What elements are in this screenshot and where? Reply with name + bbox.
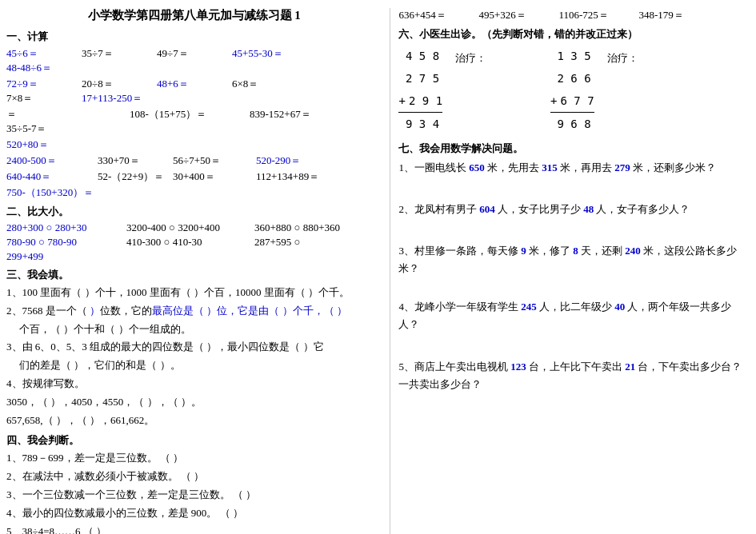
calc-row-3: ＝ 108-（15+75）＝ 839-152+67＝ 35÷5-7＝: [6, 107, 382, 136]
tr-calc-4: 348-179＝: [638, 8, 702, 22]
calc-row-2: 72÷9＝ 20÷8＝ 48+6＝ 6×8＝ 7×8＝ 17+113-250＝: [6, 77, 382, 106]
calc-item: 6×8＝: [232, 77, 304, 91]
judge-item-2: 2、在减法中，减数必须小于被减数。 （ ）: [6, 468, 382, 485]
compare-item: 287+595 ○: [254, 236, 300, 249]
calc-item: 48+6＝: [157, 77, 229, 91]
judge-item-4: 4、最小的四位数减最小的三位数，差是 900。 （ ）: [6, 505, 382, 522]
fill-item-4b: 657,658,（ ），（ ），661,662。: [6, 412, 382, 429]
calc-item: 45+55-30＝: [232, 46, 336, 61]
tr-calc-1: 636+454＝: [398, 8, 462, 22]
section7-title: 七、我会用数学解决问题。: [398, 141, 750, 156]
wp-3: 3、村里修一条路，每天修 9 米，修了 8 天，还剩 240 米，这段公路长多少…: [398, 242, 750, 277]
calc-item: 56÷7+50＝: [173, 153, 245, 168]
vc2-addend: 6 7 7: [561, 90, 594, 112]
vert-calc-2: 1 3 5 2 6 6 + 6 7 7 9 6 8 治疗：: [550, 45, 638, 135]
tr-calc-2: 495+326＝: [478, 8, 542, 22]
calc-row-4: 520+80＝: [6, 137, 382, 152]
wp5-text2: 一共卖出多少台？: [398, 378, 482, 390]
wp-1: 1、一圈电线长 650 米，先用去 315 米，再用去 279 米，还剩多少米？: [398, 159, 750, 177]
judge-item-5: 5、38÷4=8……6 （ ）: [6, 524, 382, 534]
wp-2: 2、龙凤村有男子 604 人，女子比男子少 48 人，女子有多少人？: [398, 201, 750, 218]
calc-item: 35÷5-7＝: [6, 122, 46, 136]
right-column: 636+454＝ 495+326＝ 1106-725＝ 348-179＝ 六、小…: [390, 8, 750, 534]
calc-item: 49÷7＝: [157, 46, 229, 61]
calc-row-6: 640-440＝ 52-（22+9）＝ 30+400＝ 112+134+89＝: [6, 169, 382, 184]
fill-item-2b: 个百，（ ）个十和（ ）个一组成的。: [19, 321, 382, 338]
wp5-text: 5、商店上午卖出电视机 123 台，上午比下午卖出 21 台，下午卖出多少台？: [398, 361, 742, 373]
compare-item: 299+499: [6, 250, 43, 263]
wp-5: 5、商店上午卖出电视机 123 台，上午比下午卖出 21 台，下午卖出多少台？ …: [398, 358, 750, 393]
compare-item: 360+880 ○ 880+360: [254, 221, 340, 234]
calc-item: 640-440＝: [6, 169, 78, 184]
vc1-row2: 2 7 5: [398, 67, 442, 90]
compare-row-1: 280+300 ○ 280+30 3200-400 ○ 3200+400 360…: [6, 221, 382, 234]
fill-item-4a: 3050，（ ），4050，4550，（ ），（ ）。: [6, 394, 382, 411]
section6-calcs: 4 5 8 2 7 5 + 2 9 1 9 3 4 治疗： 1 3 5: [398, 45, 750, 135]
section7: 七、我会用数学解决问题。 1、一圈电线长 650 米，先用去 315 米，再用去…: [398, 141, 750, 393]
judge-item-3: 3、一个三位数减一个三位数，差一定是三位数。 （ ）: [6, 487, 382, 504]
section3-title: 三、我会填。: [6, 268, 382, 282]
wp-4: 4、龙峰小学一年级有学生 245 人，比二年级少 40 人，两个年级一共多少人？: [398, 298, 750, 333]
wp3-text2: 米？: [398, 262, 419, 274]
calc-item: 45÷6＝: [6, 46, 78, 61]
wp4-text: 4、龙峰小学一年级有学生 245 人，比二年级少 40 人，两个年级一共多少人？: [398, 301, 731, 330]
vc1-result: 9 3 4: [398, 112, 442, 135]
vc2-row2: 2 6 6: [550, 67, 594, 90]
calc-row-5: 2400-500＝ 330+70＝ 56÷7+50＝ 520-290＝: [6, 153, 382, 168]
calc-row-1: 45÷6＝ 35÷7＝ 49÷7＝ 45+55-30＝ 48-48÷6＝: [6, 46, 382, 75]
calc-item: 17+113-250＝: [82, 91, 186, 106]
section6-title: 六、小医生出诊。（先判断对错，错的并改正过来）: [398, 27, 750, 42]
section2: 二、比大小。 280+300 ○ 280+30 3200-400 ○ 3200+…: [6, 205, 382, 263]
topright-row: 636+454＝ 495+326＝ 1106-725＝ 348-179＝: [398, 8, 750, 22]
wp2-text: 2、龙凤村有男子 604 人，女子比男子少 48 人，女子有多少人？: [398, 203, 690, 215]
section1-title: 一、计算: [6, 30, 382, 44]
section2-title: 二、比大小。: [6, 205, 382, 219]
wp1-text: 1、一圈电线长 650 米，先用去 315 米，再用去 279 米，还剩多少米？: [398, 161, 716, 173]
vc1-plus: +: [398, 90, 405, 112]
calc-item: 20÷8＝: [82, 77, 154, 91]
compare-item: 780-90 ○ 780-90: [6, 236, 126, 249]
vert-calc-2-nums: 1 3 5 2 6 6 + 6 7 7 9 6 8: [550, 45, 594, 135]
judge-item-1: 1、789－699，差一定是三位数。 （ ）: [6, 450, 382, 467]
wp3-space: [398, 282, 750, 298]
section6: 六、小医生出诊。（先判断对错，错的并改正过来） 4 5 8 2 7 5 + 2 …: [398, 27, 750, 135]
calc-item: 35÷7＝: [82, 46, 154, 61]
vc2-plus: +: [550, 90, 557, 112]
vc2-label: 治疗：: [607, 51, 638, 66]
calc-item: 7×8＝: [6, 91, 78, 106]
vc1-addend: 2 9 1: [409, 90, 442, 112]
section4: 四、我会判断。 1、789－699，差一定是三位数。 （ ） 2、在减法中，减数…: [6, 433, 382, 534]
fill-item-1: 1、100 里面有（ ）个十，1000 里面有（ ）个百，10000 里面有（ …: [6, 285, 382, 301]
wp1-space: [398, 181, 750, 201]
fill-item-4: 4、按规律写数。: [6, 376, 382, 393]
vc1-row1: 4 5 8: [398, 45, 442, 67]
calc-item: 520+80＝: [6, 137, 49, 152]
fill-item-3: 3、由 6、0、5、3 组成的最大的四位数是（ ），最小四位数是（ ）它: [6, 339, 382, 356]
calc-item: 330+70＝: [98, 153, 170, 168]
fill-item-2: 2、7568 是一个（ ）位数，它的最高位是（ ）位，它是由（ ）个千，（ ）: [6, 303, 382, 320]
compare-item: 410-300 ○ 410-30: [126, 236, 254, 249]
wp2-space: [398, 223, 750, 242]
compare-item: 280+300 ○ 280+30: [6, 221, 126, 234]
compare-row-2: 780-90 ○ 780-90 410-300 ○ 410-30 287+595…: [6, 236, 382, 249]
compare-item: 3200-400 ○ 3200+400: [126, 221, 254, 234]
section4-title: 四、我会判断。: [6, 433, 382, 448]
calc-item: ＝: [6, 107, 78, 122]
calc-row-7: 750-（150+320）＝: [6, 185, 382, 200]
calc-item: 48-48÷6＝: [6, 61, 110, 75]
vc1-row3: + 2 9 1: [398, 90, 442, 112]
vert-calc-1: 4 5 8 2 7 5 + 2 9 1 9 3 4 治疗：: [398, 45, 486, 135]
compare-row-3: 299+499: [6, 250, 382, 263]
vc2-row3: + 6 7 7: [550, 90, 594, 112]
calc-item: 108-（15+75）＝: [130, 107, 242, 122]
calc-item: 52-（22+9）＝: [98, 169, 170, 184]
calc-item: 750-（150+320）＝: [6, 185, 94, 200]
calc-item: 520-290＝: [256, 153, 328, 168]
calc-item: 72÷9＝: [6, 77, 78, 91]
section1: 一、计算 45÷6＝ 35÷7＝ 49÷7＝ 45+55-30＝ 48-48÷6…: [6, 30, 382, 200]
wp4-space: [398, 339, 750, 358]
left-column: 小学数学第四册第八单元加与减练习题 1 一、计算 45÷6＝ 35÷7＝ 49÷…: [6, 8, 390, 534]
vc2-row1: 1 3 5: [550, 45, 594, 67]
vc2-result: 9 6 8: [550, 112, 594, 135]
calc-item: 2400-500＝: [6, 153, 78, 168]
